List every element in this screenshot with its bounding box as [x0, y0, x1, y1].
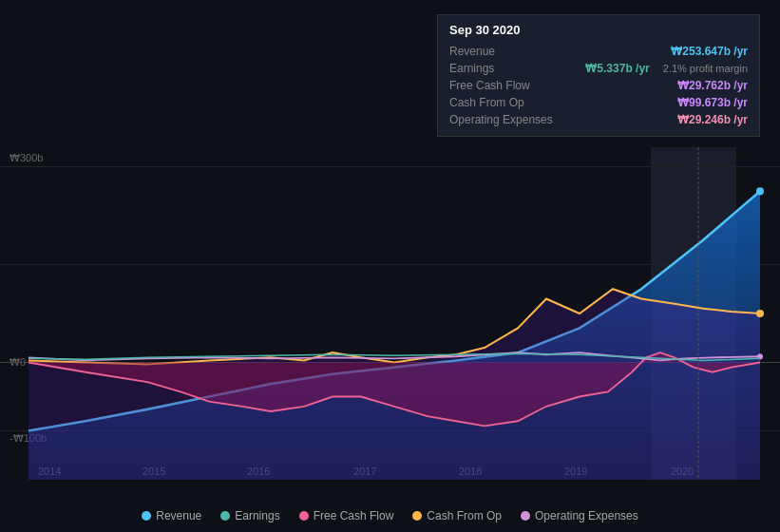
- tooltip-opex-value: ₩29.246b /yr: [677, 113, 748, 126]
- tooltip-opex-label: Operating Expenses: [449, 113, 563, 126]
- tooltip-fcf-value: ₩29.762b /yr: [677, 79, 748, 92]
- tooltip-cfo-label: Cash From Op: [449, 96, 563, 109]
- tooltip-earnings-row: Earnings ₩5.337b /yr 2.1% profit margin: [449, 60, 748, 77]
- tooltip-opex-row: Operating Expenses ₩29.246b /yr: [449, 111, 748, 128]
- legend-earnings[interactable]: Earnings: [220, 509, 279, 522]
- tooltip-date: Sep 30 2020: [449, 23, 748, 37]
- tooltip-fcf-label: Free Cash Flow: [449, 79, 563, 92]
- legend-revenue[interactable]: Revenue: [142, 509, 201, 522]
- legend-fcf-label: Free Cash Flow: [314, 509, 394, 522]
- tooltip-earnings-value: ₩5.337b /yr: [585, 62, 649, 75]
- legend-earnings-label: Earnings: [235, 509, 279, 522]
- legend-revenue-dot: [142, 511, 151, 521]
- legend-earnings-dot: [220, 511, 230, 521]
- tooltip-earnings-label: Earnings: [449, 62, 563, 75]
- legend-opex-dot: [521, 511, 530, 521]
- chart-svg: [0, 147, 780, 480]
- svg-point-5: [756, 310, 764, 317]
- tooltip: Sep 30 2020 Revenue ₩253.647b /yr Earnin…: [437, 14, 760, 137]
- tooltip-revenue-label: Revenue: [449, 45, 563, 58]
- tooltip-cfo-value: ₩99.673b /yr: [677, 96, 748, 109]
- chart-container: Sep 30 2020 Revenue ₩253.647b /yr Earnin…: [0, 0, 780, 532]
- tooltip-fcf-row: Free Cash Flow ₩29.762b /yr: [449, 77, 748, 94]
- legend-fcf[interactable]: Free Cash Flow: [299, 509, 394, 522]
- legend-cfo-dot: [412, 511, 422, 521]
- tooltip-revenue-value: ₩253.647b /yr: [671, 45, 748, 58]
- tooltip-revenue-row: Revenue ₩253.647b /yr: [449, 43, 748, 60]
- legend: Revenue Earnings Free Cash Flow Cash Fro…: [0, 509, 780, 522]
- legend-cfo-label: Cash From Op: [427, 509, 502, 522]
- legend-opex[interactable]: Operating Expenses: [521, 509, 638, 522]
- tooltip-cfo-row: Cash From Op ₩99.673b /yr: [449, 94, 748, 111]
- tooltip-profit-margin: 2.1% profit margin: [663, 63, 748, 74]
- svg-point-4: [756, 187, 764, 195]
- legend-opex-label: Operating Expenses: [535, 509, 638, 522]
- legend-fcf-dot: [299, 511, 309, 521]
- legend-cfo[interactable]: Cash From Op: [412, 509, 502, 522]
- legend-revenue-label: Revenue: [156, 509, 201, 522]
